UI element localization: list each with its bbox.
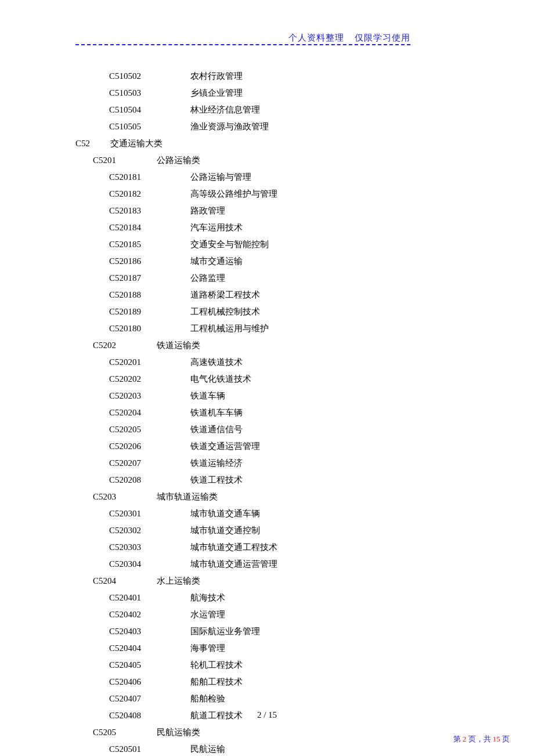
- group-name: 公路运输类: [157, 155, 200, 165]
- item-code: C520406: [109, 674, 190, 690]
- list-item: C520303城市轨道交通工程技术: [75, 539, 534, 556]
- list-item: C520401航海技术: [75, 589, 534, 606]
- header-underline: [75, 44, 410, 45]
- category-name: 交通运输大类: [110, 139, 163, 148]
- list-item: C520205铁道通信信号: [75, 421, 534, 438]
- item-name: 国际航运业务管理: [190, 627, 260, 636]
- list-item: C520203铁道车辆: [75, 388, 534, 404]
- group-header: C5203城市轨道运输类: [75, 489, 534, 505]
- item-name: 道路桥梁工程技术: [190, 290, 260, 299]
- item-code: C520182: [109, 186, 190, 202]
- item-name: 汽车运用技术: [190, 223, 243, 232]
- header-text: 个人资料整理仅限学习使用: [75, 32, 410, 45]
- item-name: 城市轨道交通工程技术: [190, 542, 277, 552]
- item-code: C520402: [109, 606, 190, 623]
- item-code: C520207: [109, 455, 190, 472]
- item-code: C520206: [109, 438, 190, 455]
- list-item: C520188道路桥梁工程技术: [75, 287, 534, 303]
- item-name: 林业经济信息管理: [190, 105, 260, 114]
- document-body: C510502农村行政管理C510503乡镇企业管理C510504林业经济信息管…: [0, 45, 534, 756]
- group-name: 铁道运输类: [157, 341, 200, 350]
- item-code: C520303: [109, 539, 190, 556]
- item-name: 铁道工程技术: [190, 475, 243, 484]
- item-name: 船舶工程技术: [190, 677, 243, 686]
- item-code: C520186: [109, 253, 190, 270]
- item-name: 高等级公路维护与管理: [190, 189, 277, 198]
- item-code: C520501: [109, 741, 190, 756]
- group-code: C5204: [93, 573, 157, 589]
- item-name: 渔业资源与渔政管理: [190, 122, 269, 131]
- item-code: C520201: [109, 354, 190, 371]
- item-name: 电气化铁道技术: [190, 374, 251, 384]
- item-code: C520184: [109, 219, 190, 236]
- group-code: C5201: [93, 152, 157, 169]
- item-name: 轮机工程技术: [190, 660, 243, 670]
- item-name: 民航运输: [190, 744, 225, 754]
- category-code: C52: [75, 135, 110, 152]
- list-item: C520186城市交通运输: [75, 253, 534, 270]
- item-code: C510505: [109, 118, 190, 135]
- item-name: 铁道车辆: [190, 391, 225, 400]
- item-name: 农村行政管理: [190, 71, 243, 81]
- item-name: 城市轨道交通车辆: [190, 509, 260, 518]
- list-item: C520403国际航运业务管理: [75, 623, 534, 640]
- item-code: C520181: [109, 169, 190, 186]
- group-header: C5204水上运输类: [75, 573, 534, 589]
- item-code: C520407: [109, 690, 190, 707]
- item-name: 船舶检验: [190, 694, 225, 703]
- list-item: C520406船舶工程技术: [75, 674, 534, 690]
- group-name: 水上运输类: [157, 576, 200, 585]
- list-item: C520187公路监理: [75, 270, 534, 287]
- item-name: 铁道运输经济: [190, 458, 243, 468]
- corner-t1: 第: [453, 735, 463, 743]
- item-code: C520180: [109, 320, 190, 337]
- list-item: C520407船舶检验: [75, 690, 534, 707]
- page-total: 15: [268, 710, 277, 719]
- item-code: C520185: [109, 236, 190, 253]
- header-right: 仅限学习使用: [355, 33, 410, 42]
- item-code: C520302: [109, 522, 190, 539]
- list-item: C520189工程机械控制技术: [75, 303, 534, 320]
- corner-t2: 页，共: [466, 735, 493, 743]
- page-sep: /: [261, 710, 268, 719]
- group-name: 城市轨道运输类: [157, 492, 218, 501]
- list-item: C520184汽车运用技术: [75, 219, 534, 236]
- group-code: C5202: [93, 337, 157, 354]
- group-code: C5205: [93, 724, 157, 741]
- item-name: 高速铁道技术: [190, 357, 243, 367]
- item-code: C510504: [109, 102, 190, 118]
- item-code: C510503: [109, 85, 190, 102]
- list-item: C510505渔业资源与渔政管理: [75, 118, 534, 135]
- group-code: C5203: [93, 489, 157, 505]
- item-name: 海事管理: [190, 643, 225, 653]
- header-left: 个人资料整理: [288, 33, 344, 42]
- item-code: C520301: [109, 505, 190, 522]
- item-name: 铁道机车车辆: [190, 408, 243, 417]
- list-item: C520208铁道工程技术: [75, 472, 534, 489]
- item-name: 城市交通运输: [190, 256, 243, 266]
- list-item: C520181公路运输与管理: [75, 169, 534, 186]
- page-number-center: 2 / 15: [0, 710, 534, 720]
- list-item: C520206铁道交通运营管理: [75, 438, 534, 455]
- item-name: 路政管理: [190, 206, 225, 215]
- list-item: C520204铁道机车车辆: [75, 404, 534, 421]
- list-item: C520207铁道运输经济: [75, 455, 534, 472]
- item-code: C520304: [109, 556, 190, 573]
- item-name: 工程机械控制技术: [190, 307, 260, 316]
- item-name: 公路运输与管理: [190, 172, 251, 182]
- group-header: C5202铁道运输类: [75, 337, 534, 354]
- item-code: C520203: [109, 388, 190, 404]
- corner-total: 15: [493, 735, 500, 743]
- item-code: C520204: [109, 404, 190, 421]
- list-item: C520183路政管理: [75, 202, 534, 219]
- item-name: 城市轨道交通运营管理: [190, 559, 277, 569]
- item-name: 铁道交通运营管理: [190, 442, 260, 451]
- item-code: C520205: [109, 421, 190, 438]
- list-item: C520402水运管理: [75, 606, 534, 623]
- item-code: C520401: [109, 589, 190, 606]
- corner-t3: 页: [500, 735, 510, 743]
- list-item: C510503乡镇企业管理: [75, 85, 534, 102]
- item-code: C520188: [109, 287, 190, 303]
- item-name: 航海技术: [190, 593, 225, 602]
- list-item: C520302城市轨道交通控制: [75, 522, 534, 539]
